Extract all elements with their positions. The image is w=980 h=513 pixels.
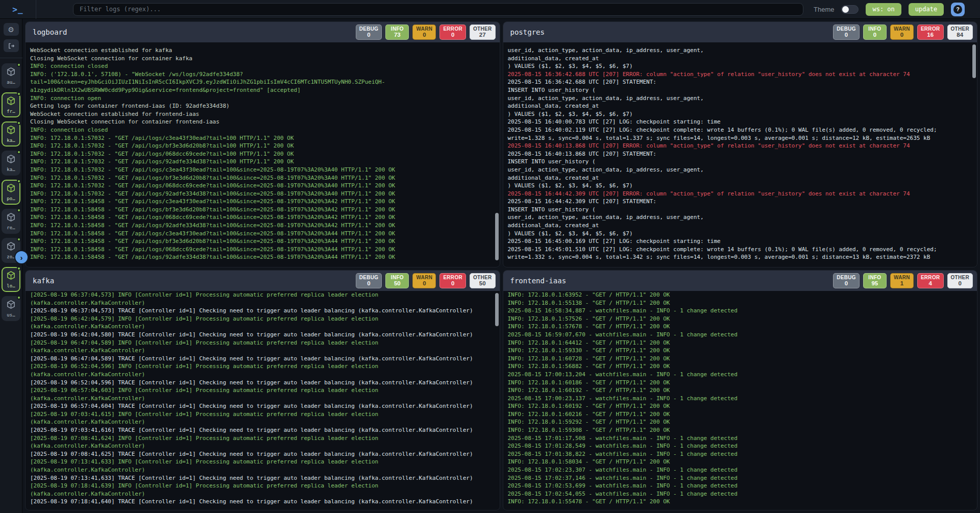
badge-info[interactable]: INFO95 <box>863 273 887 288</box>
badge-other[interactable]: OTHER50 <box>470 273 496 288</box>
sidebar-item-us-8[interactable]: us… <box>2 296 20 321</box>
badge-other[interactable]: OTHER84 <box>947 25 973 40</box>
badge-count: 0 <box>894 32 910 38</box>
badge-count: 0 <box>837 32 856 38</box>
log-line: INSERT INTO user_history ( <box>508 86 973 94</box>
badge-count: 0 <box>443 280 462 286</box>
websocket-status-button[interactable]: ws: on <box>866 3 901 16</box>
help-button[interactable]: ? <box>951 3 965 16</box>
sidebar-divider <box>0 58 22 58</box>
sidebar-item-ka-3[interactable]: ka… <box>2 151 20 176</box>
container-cube-icon <box>6 154 16 164</box>
badge-debug[interactable]: DEBUG0 <box>356 25 382 40</box>
badge-count: 73 <box>389 32 405 38</box>
log-line: INFO: 172.18.0.1:59292 - "GET / HTTP/1.1… <box>508 418 973 426</box>
log-line: user_id, action_type, action_data, ip_ad… <box>508 94 973 103</box>
container-cube-icon <box>6 183 16 195</box>
theme-toggle-knob <box>842 6 849 13</box>
sidebar-item-re-5[interactable]: re… <box>2 209 20 234</box>
log-line: 2025-08-15 17:01:17,508 - watchfiles.mai… <box>508 434 973 443</box>
badge-warn[interactable]: WARN0 <box>412 25 436 40</box>
logout-button[interactable] <box>4 39 19 52</box>
badge-label: INFO <box>389 275 405 280</box>
panel-title: logboard <box>33 28 67 36</box>
log-line: INSERT INTO user_history ( <box>508 206 973 214</box>
badge-label: WARN <box>894 26 910 32</box>
badge-other[interactable]: OTHER27 <box>470 25 496 40</box>
log-line: INFO: 172.18.0.1:57526 - "GET / HTTP/1.1… <box>508 315 973 323</box>
badge-error[interactable]: ERROR16 <box>917 25 944 40</box>
log-line: INFO: 172.18.0.1:57032 - "GET /api/logs/… <box>30 142 496 150</box>
sidebar-expand-button[interactable]: › <box>14 250 29 264</box>
log-output-frontend-iaas[interactable]: INFO: 172.18.0.1:63952 - "GET / HTTP/1.1… <box>503 291 977 510</box>
badge-debug[interactable]: DEBUG0 <box>833 273 860 288</box>
badge-label: ERROR <box>443 275 462 280</box>
badge-count: 95 <box>867 280 883 286</box>
log-line: 2025-08-15 16:59:07,670 - watchfiles.mai… <box>508 331 973 339</box>
badge-label: INFO <box>867 275 883 280</box>
log-line: [2025-08-19 06:42:04,580] TRACE [Control… <box>30 331 496 339</box>
log-line: (kafka.controller.KafkaController) <box>30 323 496 331</box>
log-line: INFO: 172.18.0.1:57678 - "GET / HTTP/1.1… <box>508 323 973 331</box>
log-line: (kafka.controller.KafkaController) <box>30 395 496 403</box>
log-line: write=1.332 s, sync=0.004 s, total=1.342… <box>508 253 973 261</box>
badge-other[interactable]: OTHER0 <box>947 273 973 288</box>
filter-logs-input[interactable] <box>73 3 803 16</box>
panel-title: kafka <box>33 277 54 285</box>
log-line: [2025-08-19 06:47:04,589] INFO [Controll… <box>30 339 496 347</box>
log-output-logboard[interactable]: WebSocket connection established for kaf… <box>26 42 500 267</box>
badge-error[interactable]: ERROR0 <box>439 273 466 288</box>
log-line: 2025-08-15 17:02:37,146 - watchfiles.mai… <box>508 474 973 482</box>
log-line: 2025-08-15 17:02:53,699 - watchfiles.mai… <box>508 482 973 490</box>
update-button[interactable]: update <box>909 3 944 16</box>
log-line: 2025-08-15 16:40:00.783 UTC [27] LOG: ch… <box>508 118 973 126</box>
badge-error[interactable]: ERROR0 <box>439 25 466 40</box>
top-bar: >_ Theme ws: on update ? <box>0 0 980 19</box>
badge-warn[interactable]: WARN1 <box>890 273 914 288</box>
badge-info[interactable]: INFO50 <box>385 273 409 288</box>
badge-error[interactable]: ERROR4 <box>917 273 944 288</box>
sidebar-item-label: re… <box>7 225 15 230</box>
log-line: additional_data, created_at <box>508 222 973 230</box>
scrollbar-thumb[interactable] <box>972 44 976 78</box>
badge-info[interactable]: INFO0 <box>863 25 887 40</box>
sidebar-item-au-0[interactable]: au… <box>2 63 20 88</box>
sidebar-item-ka-2[interactable]: ka… <box>2 121 20 146</box>
container-cube-icon <box>6 241 16 251</box>
sidebar-item-fr-1[interactable]: fr… <box>2 92 20 117</box>
log-line: ) VALUES ($1, $2, $3, $4, $5, $6, $7) <box>508 110 973 118</box>
theme-toggle[interactable] <box>841 5 859 14</box>
container-cube-icon <box>6 300 16 309</box>
log-output-kafka[interactable]: [2025-08-19 06:37:04,573] INFO [Controll… <box>26 291 500 510</box>
badge-debug[interactable]: DEBUG0 <box>356 273 382 288</box>
log-line: 2025-08-15 17:02:23,307 - watchfiles.mai… <box>508 466 973 474</box>
badge-warn[interactable]: WARN0 <box>890 25 914 40</box>
sidebar-item-lo-7[interactable]: lo… <box>2 267 20 292</box>
log-output-postgres[interactable]: user_id, action_type, action_data, ip_ad… <box>503 42 977 267</box>
badge-debug[interactable]: DEBUG0 <box>833 25 860 40</box>
log-line: INFO: 172.18.0.1:59308 - "GET / HTTP/1.1… <box>508 426 973 434</box>
badge-label: OTHER <box>473 26 492 32</box>
log-line: INFO: 172.18.0.1:60216 - "GET / HTTP/1.1… <box>508 410 973 419</box>
settings-button[interactable]: ⚙ <box>4 23 19 36</box>
badge-info[interactable]: INFO73 <box>385 25 409 40</box>
container-cube-icon <box>6 300 16 311</box>
badge-warn[interactable]: WARN0 <box>412 273 436 288</box>
badge-count: 27 <box>473 32 492 38</box>
log-line: INFO: 172.18.0.1:58458 - "GET /api/logs/… <box>30 206 496 214</box>
scrollbar-thumb[interactable] <box>495 293 499 326</box>
container-cube-icon <box>6 212 16 224</box>
log-line: INFO: 172.18.0.1:58458 - "GET /api/logs/… <box>30 253 496 261</box>
scrollbar-thumb[interactable] <box>495 213 499 260</box>
container-cube-icon <box>6 96 16 106</box>
log-line: user_id, action_type, action_data, ip_ad… <box>508 46 973 55</box>
online-status-dot <box>17 296 21 300</box>
gear-icon: ⚙ <box>8 26 14 34</box>
badge-count: 0 <box>416 280 432 286</box>
log-line: WebSocket connection established for fro… <box>30 110 496 118</box>
log-line: 2025-08-15 16:36:42.688 UTC [207] ERROR:… <box>508 70 973 79</box>
sidebar-item-po-4[interactable]: po… <box>2 180 20 205</box>
log-line: [2025-08-19 07:18:41,640] TRACE [Control… <box>30 498 496 506</box>
log-line: INFO: connection open <box>30 94 496 103</box>
chevron-right-icon: › <box>20 253 23 262</box>
